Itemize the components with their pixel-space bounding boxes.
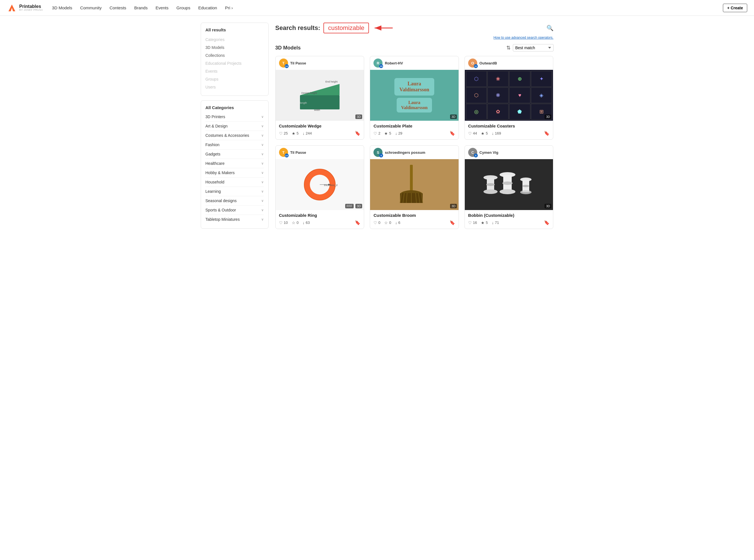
nav-3d-models[interactable]: 3D Models xyxy=(52,5,72,10)
svg-point-27 xyxy=(486,183,495,186)
nav-groups[interactable]: Groups xyxy=(176,5,190,10)
card-image-container: Design height End height width length 3D xyxy=(276,70,364,121)
stat-downloads: ↓29 xyxy=(395,131,402,136)
heart-icon: ♡ xyxy=(468,220,472,225)
card-badge-3d: 3D xyxy=(450,204,457,208)
category-healthcare[interactable]: Healthcare∨ xyxy=(205,159,264,168)
card-image-container: 3D xyxy=(370,159,459,210)
logo-text: Printables BY JOSEF PRUSA xyxy=(19,4,43,12)
model-card-ring[interactable]: T 14 Til Passe thickness_d xyxy=(275,145,364,229)
card-image-container: LauraValdimarsson LauraValdimarsson 3D xyxy=(370,70,459,121)
bookmark-button[interactable]: 🔖 xyxy=(355,131,360,136)
username: OutwardB xyxy=(479,61,497,65)
sidebar-categories: All Categories 3D Printers∨ Art & Design… xyxy=(201,100,269,229)
page-layout: All results Categories 3D Models Collect… xyxy=(196,16,558,236)
nav-more[interactable]: Pri › xyxy=(225,5,233,10)
bookmark-button[interactable]: 🔖 xyxy=(544,131,550,136)
heart-icon: ♡ xyxy=(279,220,283,225)
sidebar-item-users: Users xyxy=(205,83,264,91)
category-learning[interactable]: Learning∨ xyxy=(205,187,264,196)
search-header: Search results: customizable 🔍 xyxy=(275,23,554,33)
username: Cymen Vig xyxy=(479,151,498,155)
sidebar-all-results: All results Categories 3D Models Collect… xyxy=(201,23,269,96)
stat-likes: ♡2 xyxy=(374,131,380,136)
model-card-broom[interactable]: S 4 schroedingers possum xyxy=(370,145,459,229)
category-fashion[interactable]: Fashion∨ xyxy=(205,140,264,149)
arrow-icon xyxy=(372,25,395,32)
category-sports[interactable]: Sports & Outdoor∨ xyxy=(205,205,264,215)
advanced-search-link[interactable]: How to use advanced search operators. xyxy=(275,36,554,40)
nav-education[interactable]: Education xyxy=(198,5,217,10)
card-header: O 11 OutwardB xyxy=(465,56,553,70)
search-results-label: Search results: xyxy=(275,24,320,32)
card-body: Customizable Broom ♡0 ☆0 ↓6 🔖 xyxy=(370,210,459,229)
avatar: T 14 xyxy=(279,59,288,67)
card-body: Customizable Ring ♡10 ☆0 ↓63 🔖 xyxy=(276,210,364,229)
card-title: Customizable Ring xyxy=(279,213,361,218)
card-body: Customizable Plate ♡2 ★5 ↓29 🔖 xyxy=(370,121,459,139)
sort-select[interactable]: Best match Newest Most downloaded Most l… xyxy=(513,44,554,52)
category-hobby-makers[interactable]: Hobby & Makers∨ xyxy=(205,168,264,178)
category-tabletop[interactable]: Tabletop Miniatures∨ xyxy=(205,215,264,224)
model-card-plate[interactable]: R 19 Robert-HV LauraValdimarsson LauraVa… xyxy=(370,56,459,140)
stat-stars: ☆0 xyxy=(292,220,299,225)
card-image: LauraValdimarsson LauraValdimarsson xyxy=(370,70,459,121)
username: Til Passe xyxy=(290,61,306,65)
bookmark-button[interactable]: 🔖 xyxy=(544,220,550,225)
nav-contests[interactable]: Contests xyxy=(110,5,126,10)
chevron-icon: ∨ xyxy=(261,208,264,212)
svg-text:length: length xyxy=(300,101,307,104)
chevron-icon: ∨ xyxy=(261,189,264,193)
nav-community[interactable]: Community xyxy=(80,5,102,10)
model-card-bobbin[interactable]: C 5 Cymen Vig xyxy=(464,145,554,229)
category-costumes[interactable]: Costumes & Accessories∨ xyxy=(205,131,264,140)
download-icon: ↓ xyxy=(395,220,397,225)
logo-name: Printables xyxy=(19,4,43,9)
sidebar-item-events: Events xyxy=(205,67,264,75)
avatar: C 5 xyxy=(468,148,477,157)
chevron-icon: ∨ xyxy=(261,180,264,184)
bookmark-button[interactable]: 🔖 xyxy=(450,220,455,225)
logo[interactable]: Printables BY JOSEF PRUSA xyxy=(7,3,43,13)
card-body: Customizable Wedge ♡25 ★5 ↓244 🔖 xyxy=(276,121,364,139)
section-title: 3D Models xyxy=(275,45,301,51)
card-stats: ♡25 ★5 ↓244 🔖 xyxy=(279,131,361,136)
card-body: Customizable Coasters ♡44 ★5 ↓169 🔖 xyxy=(465,121,553,139)
stat-likes: ♡44 xyxy=(468,131,477,136)
section-header: 3D Models ⇅ Best match Newest Most downl… xyxy=(275,44,554,52)
bookmark-button[interactable]: 🔖 xyxy=(450,131,455,136)
username: Robert-HV xyxy=(385,61,403,65)
category-seasonal[interactable]: Seasonal designs∨ xyxy=(205,196,264,205)
search-button[interactable]: 🔍 xyxy=(547,25,554,32)
chevron-icon: ∨ xyxy=(261,124,264,128)
card-header: S 4 schroedingers possum xyxy=(370,145,459,159)
avatar-badge: 14 xyxy=(285,64,289,68)
sidebar-title: All results xyxy=(205,27,264,32)
stat-stars: ★5 xyxy=(384,131,391,136)
create-button[interactable]: + Create xyxy=(723,4,747,12)
model-card-wedge[interactable]: T 14 Til Passe Design height End height … xyxy=(275,56,364,140)
star-icon: ☆ xyxy=(292,220,295,225)
card-header: C 5 Cymen Vig xyxy=(465,145,553,159)
bookmark-button[interactable]: 🔖 xyxy=(355,220,360,225)
card-stats: ♡2 ★5 ↓29 🔖 xyxy=(374,131,455,136)
category-household[interactable]: Household∨ xyxy=(205,178,264,187)
category-3d-printers[interactable]: 3D Printers∨ xyxy=(205,112,264,122)
category-art-design[interactable]: Art & Design∨ xyxy=(205,122,264,131)
chevron-icon: ∨ xyxy=(261,161,264,165)
nav-brands[interactable]: Brands xyxy=(134,5,148,10)
sidebar-item-collections[interactable]: Collections xyxy=(205,52,264,59)
card-stats: ♡0 ☆0 ↓6 🔖 xyxy=(374,220,455,225)
avatar: T 14 xyxy=(279,148,288,157)
category-gadgets[interactable]: Gadgets∨ xyxy=(205,149,264,159)
nav-events[interactable]: Events xyxy=(156,5,168,10)
svg-point-35 xyxy=(522,185,529,187)
heart-icon: ♡ xyxy=(468,131,472,136)
chevron-icon: ∨ xyxy=(261,171,264,175)
card-image: ⬡ ❀ ⊕ ✦ ⬡ ❋ ♥ ◈ ◎ ✿ ⬟ ⊞ xyxy=(465,70,553,121)
stat-stars: ★5 xyxy=(481,131,488,136)
sidebar-item-3d-models[interactable]: 3D Models xyxy=(205,43,264,52)
card-badge-3d: 3D xyxy=(355,115,362,119)
model-card-coasters[interactable]: O 11 OutwardB ⬡ ❀ ⊕ ✦ ⬡ ❋ ♥ ◈ xyxy=(464,56,554,140)
card-body: Bobbin (Customizable) ♡16 ★5 ↓71 🔖 xyxy=(465,210,553,229)
